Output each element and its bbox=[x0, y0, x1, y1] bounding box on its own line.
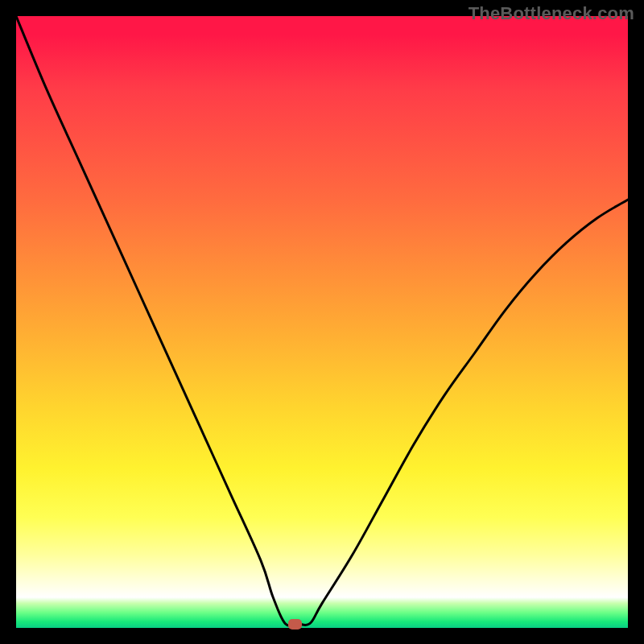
bottleneck-curve bbox=[16, 16, 628, 628]
optimal-point-marker bbox=[288, 619, 302, 630]
plot-area bbox=[16, 16, 628, 628]
chart-frame: TheBottleneck.com bbox=[0, 0, 644, 644]
curve-path bbox=[16, 16, 628, 625]
watermark-label: TheBottleneck.com bbox=[469, 3, 634, 24]
